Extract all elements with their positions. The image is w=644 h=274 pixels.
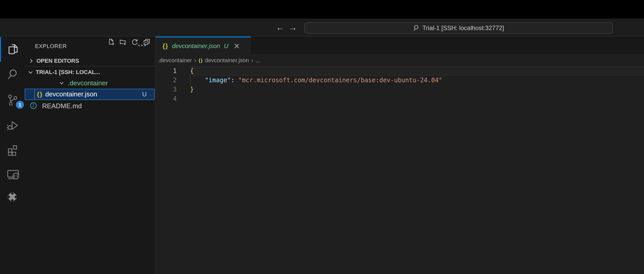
tree-row-devcontainer-json-selected[interactable]: {} devcontainer.json U [25, 89, 155, 100]
json-file-icon: {} [163, 42, 168, 50]
tree-row-devcontainer-folder[interactable]: .devcontainer [25, 78, 155, 88]
code-line-1: { [190, 66, 442, 76]
run-debug-icon[interactable] [7, 119, 18, 131]
chevron-right-icon [28, 58, 34, 64]
search-icon [413, 25, 420, 31]
indent [190, 77, 205, 84]
tree-indent-guide [34, 89, 35, 99]
line-number: 4 [156, 94, 177, 103]
remote-explorer-icon[interactable] [7, 169, 18, 181]
line-number: 3 [156, 85, 177, 94]
code-content: { "image": "mcr.microsoft.com/devcontain… [190, 66, 442, 103]
editor-group: {} devcontainer.json U .devcontainer › {… [156, 36, 644, 274]
title-bar: ← → Trial-1 [SSH: localhost:32772] [0, 19, 644, 36]
code-editor[interactable]: 1 2 3 4 { "image": "mcr.microsoft.com/de… [156, 66, 644, 274]
source-control-icon[interactable]: 1 [7, 94, 18, 105]
file-name: devcontainer.json [45, 90, 97, 98]
breadcrumb-folder[interactable]: .devcontainer [158, 57, 192, 64]
refresh-icon[interactable] [131, 39, 138, 45]
breadcrumb-more[interactable]: ... [255, 57, 260, 64]
vscode-window: ← → Trial-1 [SSH: localhost:32772] [0, 0, 644, 274]
open-editors-section[interactable]: OPEN EDITORS [25, 56, 155, 66]
json-file-icon: {} [198, 58, 203, 63]
json-key: "image" [205, 77, 231, 84]
line-number: 2 [156, 76, 177, 85]
code-line-3: } [190, 85, 442, 94]
close-icon[interactable] [233, 43, 240, 49]
command-center-search[interactable]: Trial-1 [SSH: localhost:32772] [304, 22, 613, 34]
json-string-value: "mcr.microsoft.com/devcontainers/base:de… [238, 77, 442, 84]
workspace-section[interactable]: TRIAL-1 [SSH: LOCAL... [25, 67, 155, 78]
tree-row-readme[interactable]: README.md [25, 100, 155, 111]
breadcrumb-file[interactable]: devcontainer.json [205, 57, 249, 64]
explorer-icon[interactable] [7, 43, 18, 54]
open-brace: { [190, 67, 194, 75]
extensions-icon[interactable] [7, 144, 18, 156]
file-name: README.md [42, 102, 82, 110]
command-center-label: Trial-1 [SSH: localhost:32772] [422, 24, 504, 32]
info-file-icon [30, 102, 37, 109]
search-icon[interactable] [7, 69, 18, 80]
colon: : [231, 77, 238, 84]
active-tab-indicator [0, 37, 1, 62]
chevron-right-icon: › [251, 57, 253, 64]
json-file-icon: {} [37, 91, 43, 98]
nav-back-icon[interactable]: ← [274, 19, 286, 36]
code-line-4 [190, 94, 442, 103]
code-line-2: "image": "mcr.microsoft.com/devcontainer… [190, 76, 442, 85]
tab-git-badge: U [224, 42, 228, 50]
chevron-right-icon: › [194, 57, 196, 64]
activity-bar: 1 [0, 36, 25, 274]
breadcrumb: .devcontainer › {} devcontainer.json › .… [156, 55, 644, 66]
source-control-badge: 1 [16, 101, 24, 109]
workspace-label: TRIAL-1 [SSH: LOCAL... [36, 69, 100, 76]
tab-bar: {} devcontainer.json U [156, 36, 644, 54]
nav-forward-icon[interactable]: → [287, 19, 299, 36]
tab-label: devcontainer.json [172, 42, 220, 50]
git-untracked-badge: U [142, 91, 147, 98]
new-file-icon[interactable] [108, 39, 115, 45]
line-number: 1 [156, 66, 177, 76]
macos-menubar-strip [0, 0, 644, 19]
chevron-down-icon [59, 80, 64, 86]
explorer-sidebar: EXPLORER ··· OPEN EDITORS TRIAL-1 [SSH: … [25, 36, 156, 274]
explorer-toolbar [108, 38, 150, 46]
folder-name: .devcontainer [68, 79, 108, 87]
sidebar-title: EXPLORER [35, 43, 67, 50]
line-number-gutter: 1 2 3 4 [156, 66, 177, 103]
chevron-down-icon [27, 69, 34, 75]
marketplace-diamond-icon[interactable] [7, 191, 18, 203]
close-brace: } [190, 86, 194, 93]
tab-devcontainer-json[interactable]: {} devcontainer.json U [156, 36, 251, 54]
collapse-all-icon[interactable] [143, 39, 150, 45]
new-folder-icon[interactable] [120, 39, 126, 45]
open-editors-label: OPEN EDITORS [36, 58, 79, 64]
